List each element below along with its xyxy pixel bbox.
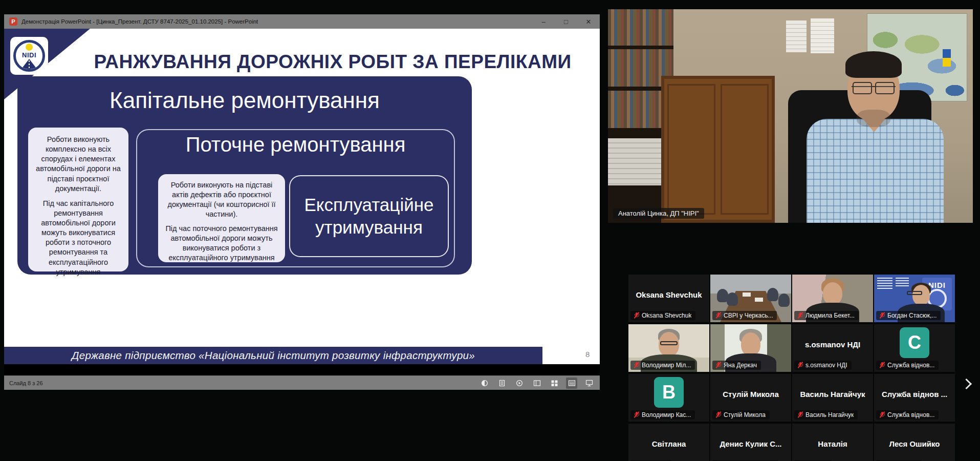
window-title: Демонстрація PowerPoint - [Цинка_Презент… (21, 18, 258, 25)
mic-muted-icon (634, 312, 639, 319)
participant-label: Людмила Бекет... (794, 311, 859, 320)
nidi-logo-text: NIDI (16, 51, 42, 59)
participant-name-display: Денис Кулик С... (712, 439, 789, 448)
powerpoint-app-icon: P (9, 17, 17, 26)
mic-muted-icon (797, 312, 803, 319)
cabinet-background (661, 76, 775, 223)
main-speaker-video[interactable]: Анатолій Цинка, ДП "НІРІ" (608, 9, 973, 223)
maximize-button[interactable]: □ (555, 14, 577, 29)
nidi-logo: NIDI (10, 37, 48, 75)
capital-repair-heading: Капітальне ремонтування (17, 88, 472, 113)
speaker-glasses (852, 82, 896, 92)
participant-tile[interactable]: Леся Ошийко Леся Ошийко (874, 424, 955, 461)
reading-view-icon[interactable] (566, 378, 577, 389)
participant-name-display: Василь Нагайчук (794, 390, 871, 399)
participant-label: Володимир Кас... (630, 410, 695, 420)
current-repair-box: Поточне ремонтування Роботи виконують на… (136, 129, 455, 267)
speaker-hair (845, 51, 902, 78)
current-repair-paragraph-2: Під час поточного ремонтування автомобіл… (162, 224, 281, 262)
capital-repair-box: Капітальне ремонтування Роботи виконують… (17, 76, 472, 275)
participant-label: s.osmanov НДІ (794, 361, 852, 370)
participant-name-display: Oksana Shevchuk (630, 290, 707, 299)
window-titlebar[interactable]: P Демонстрація PowerPoint - [Цинка_Презе… (4, 14, 600, 29)
nidi-logo-road-dashes (29, 60, 30, 69)
participant-label: Василь Нагайчук (794, 410, 858, 420)
chevron-right-icon[interactable] (962, 379, 972, 389)
participant-name-display: Наталія (794, 439, 871, 448)
maintenance-box: Експлуатаційне утримування (289, 175, 449, 257)
minimize-button[interactable]: – (532, 14, 555, 29)
participant-label: Стулій Микола (712, 410, 770, 420)
statusbar: Слайд 8 з 26 (4, 375, 600, 390)
participant-avatar: В (654, 377, 684, 408)
participant-label: СВРІ у Черкась... (712, 311, 777, 320)
slide-canvas[interactable]: NIDI РАНЖУВАННЯ ДОРОЖНІХ РОБІТ ЗА ПЕРЕЛІ… (4, 29, 600, 364)
notes-icon[interactable] (496, 378, 508, 389)
participant-avatar: C (900, 327, 929, 358)
speaker-torso (807, 119, 944, 223)
slideshow-icon[interactable] (583, 378, 595, 389)
current-repair-paragraph-1: Роботи виконують на підставі актів дефек… (162, 180, 281, 219)
participant-tile[interactable]: s.osmanov НДІ s.osmanov НДІ (792, 324, 873, 372)
wall-calendar (786, 20, 807, 52)
slide-number: 8 (585, 350, 590, 359)
mic-muted-icon (879, 312, 885, 319)
slide-counter: Слайд 8 з 26 (4, 380, 43, 386)
mic-muted-icon (715, 411, 721, 418)
capital-repair-paragraph-1: Роботи виконують комплексно на всіх спор… (33, 135, 123, 194)
mic-muted-icon (879, 362, 885, 369)
maintenance-heading: Експлуатаційне утримування (290, 194, 448, 239)
letterbox-band (4, 364, 600, 375)
normal-view-icon[interactable] (531, 378, 542, 389)
participant-tile[interactable]: СВРІ у Черкась... (710, 275, 791, 322)
current-repair-heading: Поточне ремонтування (137, 133, 454, 156)
mic-muted-icon (797, 362, 803, 369)
participant-tile[interactable]: В Володимир Кас... (628, 374, 709, 422)
participant-name-display: Стулій Микола (712, 390, 789, 399)
participant-tile[interactable]: Світлана Світлана (628, 424, 709, 461)
powerpoint-window: P Демонстрація PowerPoint - [Цинка_Презе… (4, 14, 600, 390)
capital-repair-description: Роботи виконують комплексно на всіх спор… (28, 128, 128, 271)
capital-repair-paragraph-2: Під час капітального ремонтування автомо… (33, 199, 123, 277)
screen: P Демонстрація PowerPoint - [Цинка_Презе… (0, 0, 980, 461)
participant-tile[interactable]: Служба віднов ... Служба віднов... (874, 374, 955, 422)
participant-name-display: Світлана (630, 439, 707, 448)
play-icon[interactable] (514, 378, 525, 389)
close-button[interactable]: ✕ (577, 14, 600, 29)
mic-muted-icon (715, 312, 721, 319)
participant-label: Богдан Стасюк,... (876, 311, 941, 320)
participant-name-display: s.osmanov НДІ (794, 340, 871, 349)
participant-grid: Oksana Shevchuk Oksana Shevchuk СВРІ у Ч… (628, 275, 955, 461)
participant-label: Служба віднов... (876, 361, 939, 370)
mic-muted-icon (715, 362, 721, 369)
mic-muted-icon (797, 411, 803, 418)
participant-tile[interactable]: C Служба віднов... (874, 324, 955, 372)
participant-tile[interactable]: Денис Кулик С... Денис Кулик СВ... (710, 424, 791, 461)
speaker-name-tag: Анатолій Цинка, ДП "НІРІ" (613, 208, 704, 219)
participant-label: Oksana Shevchuk (630, 311, 695, 320)
speaker-beard-shadow (857, 110, 890, 127)
ukraine-flag (943, 49, 951, 67)
participant-label: Володимир Міл... (630, 361, 695, 370)
wall-calendar (811, 18, 834, 53)
slide-title: РАНЖУВАННЯ ДОРОЖНІХ РОБІТ ЗА ПЕРЕЛІКАМИ (81, 51, 584, 73)
participant-tile[interactable]: Oksana Shevchuk Oksana Shevchuk (628, 275, 709, 322)
participant-name-display: Служба віднов ... (876, 390, 953, 399)
mic-muted-icon (879, 411, 885, 418)
participant-tile[interactable]: Наталія Наталія (792, 424, 873, 461)
participant-label: Яна Деркач (712, 361, 761, 370)
nidi-logo-sun (26, 44, 33, 51)
slide-footer: Державне підприємство «Національний інст… (4, 347, 542, 364)
timer-icon[interactable] (479, 378, 490, 389)
slide-sorter-icon[interactable] (549, 378, 560, 389)
participant-tile[interactable]: Людмила Бекет... (792, 275, 873, 322)
participant-name-display: Леся Ошийко (876, 439, 953, 448)
participant-tile[interactable]: Володимир Міл... (628, 324, 709, 372)
participant-tile[interactable]: Василь Нагайчук Василь Нагайчук (792, 374, 873, 422)
participant-tile[interactable]: Стулій Микола Стулій Микола (710, 374, 791, 422)
participant-tile[interactable]: Яна Деркач (710, 324, 791, 372)
mic-muted-icon (634, 411, 639, 418)
participant-tile[interactable]: NIDI Богдан Стасюк,... (874, 275, 955, 322)
current-repair-description: Роботи виконують на підставі актів дефек… (158, 174, 285, 262)
mic-muted-icon (634, 362, 639, 369)
